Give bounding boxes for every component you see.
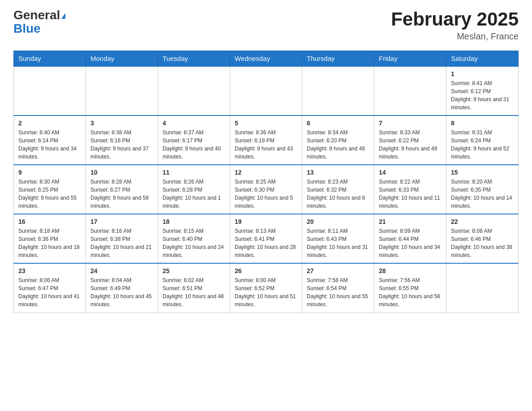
day-number: 10 bbox=[90, 169, 153, 176]
calendar-day-cell: 15Sunrise: 8:20 AM Sunset: 6:35 PM Dayli… bbox=[446, 165, 519, 214]
day-info: Sunrise: 8:33 AM Sunset: 6:22 PM Dayligh… bbox=[379, 128, 442, 161]
day-info: Sunrise: 8:23 AM Sunset: 6:32 PM Dayligh… bbox=[307, 178, 369, 210]
calendar-day-cell: 11Sunrise: 8:26 AM Sunset: 6:28 PM Dayli… bbox=[158, 165, 230, 214]
day-number: 21 bbox=[379, 218, 442, 225]
day-number: 15 bbox=[451, 169, 514, 176]
calendar-day-cell: 22Sunrise: 8:08 AM Sunset: 6:46 PM Dayli… bbox=[446, 214, 519, 263]
calendar-week-row: 2Sunrise: 8:40 AM Sunset: 6:14 PM Daylig… bbox=[14, 116, 519, 165]
day-number: 9 bbox=[18, 169, 81, 176]
day-info: Sunrise: 8:36 AM Sunset: 6:19 PM Dayligh… bbox=[235, 128, 297, 161]
day-number: 24 bbox=[90, 267, 153, 274]
day-number: 2 bbox=[18, 120, 81, 127]
calendar-day-cell: 8Sunrise: 8:31 AM Sunset: 6:24 PM Daylig… bbox=[446, 116, 519, 165]
calendar-header-saturday: Saturday bbox=[446, 51, 519, 67]
day-number: 16 bbox=[18, 218, 81, 225]
calendar-day-cell: 25Sunrise: 8:02 AM Sunset: 6:51 PM Dayli… bbox=[158, 263, 230, 313]
day-number: 4 bbox=[163, 120, 225, 127]
day-info: Sunrise: 8:26 AM Sunset: 6:28 PM Dayligh… bbox=[163, 178, 225, 210]
calendar-table: SundayMondayTuesdayWednesdayThursdayFrid… bbox=[13, 51, 519, 313]
location: Meslan, France bbox=[391, 31, 519, 42]
day-info: Sunrise: 8:37 AM Sunset: 6:17 PM Dayligh… bbox=[163, 128, 225, 161]
day-info: Sunrise: 8:06 AM Sunset: 6:47 PM Dayligh… bbox=[18, 276, 81, 308]
day-number: 22 bbox=[451, 218, 514, 225]
day-number: 26 bbox=[235, 267, 297, 274]
calendar-day-cell: 10Sunrise: 8:28 AM Sunset: 6:27 PM Dayli… bbox=[86, 165, 158, 214]
day-info: Sunrise: 8:08 AM Sunset: 6:46 PM Dayligh… bbox=[451, 227, 514, 259]
day-number: 11 bbox=[163, 169, 225, 176]
calendar-day-cell: 24Sunrise: 8:04 AM Sunset: 6:49 PM Dayli… bbox=[86, 263, 158, 313]
calendar-day-cell bbox=[86, 66, 158, 116]
day-info: Sunrise: 8:22 AM Sunset: 6:33 PM Dayligh… bbox=[379, 178, 442, 210]
calendar-day-cell: 13Sunrise: 8:23 AM Sunset: 6:32 PM Dayli… bbox=[302, 165, 374, 214]
day-number: 18 bbox=[163, 218, 225, 225]
page-header: General Blue February 2025 Meslan, Franc… bbox=[13, 9, 519, 42]
calendar-header-monday: Monday bbox=[86, 51, 158, 67]
day-number: 7 bbox=[379, 120, 442, 127]
calendar-day-cell: 27Sunrise: 7:58 AM Sunset: 6:54 PM Dayli… bbox=[302, 263, 374, 313]
calendar-week-row: 23Sunrise: 8:06 AM Sunset: 6:47 PM Dayli… bbox=[14, 263, 519, 313]
calendar-day-cell bbox=[158, 66, 230, 116]
day-info: Sunrise: 8:15 AM Sunset: 6:40 PM Dayligh… bbox=[163, 227, 225, 259]
day-info: Sunrise: 8:02 AM Sunset: 6:51 PM Dayligh… bbox=[163, 276, 225, 308]
day-number: 13 bbox=[307, 169, 369, 176]
day-number: 3 bbox=[90, 120, 153, 127]
calendar-header-tuesday: Tuesday bbox=[158, 51, 230, 67]
day-info: Sunrise: 8:31 AM Sunset: 6:24 PM Dayligh… bbox=[451, 128, 514, 161]
day-info: Sunrise: 8:38 AM Sunset: 6:16 PM Dayligh… bbox=[90, 128, 153, 161]
title-block: February 2025 Meslan, France bbox=[391, 9, 519, 42]
day-number: 12 bbox=[235, 169, 297, 176]
day-info: Sunrise: 8:28 AM Sunset: 6:27 PM Dayligh… bbox=[90, 178, 153, 210]
calendar-day-cell: 14Sunrise: 8:22 AM Sunset: 6:33 PM Dayli… bbox=[374, 165, 446, 214]
day-number: 20 bbox=[307, 218, 369, 225]
calendar-day-cell bbox=[374, 66, 446, 116]
day-info: Sunrise: 8:09 AM Sunset: 6:44 PM Dayligh… bbox=[379, 227, 442, 259]
day-number: 1 bbox=[451, 70, 514, 77]
month-title: February 2025 bbox=[391, 9, 519, 30]
calendar-header-wednesday: Wednesday bbox=[230, 51, 302, 67]
day-info: Sunrise: 8:30 AM Sunset: 6:25 PM Dayligh… bbox=[18, 178, 81, 210]
calendar-day-cell: 21Sunrise: 8:09 AM Sunset: 6:44 PM Dayli… bbox=[374, 214, 446, 263]
day-info: Sunrise: 8:00 AM Sunset: 6:52 PM Dayligh… bbox=[235, 276, 297, 308]
day-number: 27 bbox=[307, 267, 369, 274]
day-info: Sunrise: 8:18 AM Sunset: 6:36 PM Dayligh… bbox=[18, 227, 81, 259]
logo: General Blue bbox=[13, 9, 65, 36]
calendar-day-cell: 3Sunrise: 8:38 AM Sunset: 6:16 PM Daylig… bbox=[86, 116, 158, 165]
calendar-day-cell bbox=[230, 66, 302, 116]
calendar-day-cell: 26Sunrise: 8:00 AM Sunset: 6:52 PM Dayli… bbox=[230, 263, 302, 313]
day-number: 23 bbox=[18, 267, 81, 274]
logo-triangle-icon bbox=[61, 13, 65, 19]
day-info: Sunrise: 8:11 AM Sunset: 6:43 PM Dayligh… bbox=[307, 227, 369, 259]
day-info: Sunrise: 7:58 AM Sunset: 6:54 PM Dayligh… bbox=[307, 276, 369, 308]
day-info: Sunrise: 8:34 AM Sunset: 6:20 PM Dayligh… bbox=[307, 128, 369, 161]
calendar-day-cell bbox=[446, 263, 519, 313]
calendar-day-cell: 20Sunrise: 8:11 AM Sunset: 6:43 PM Dayli… bbox=[302, 214, 374, 263]
calendar-day-cell bbox=[302, 66, 374, 116]
day-info: Sunrise: 8:13 AM Sunset: 6:41 PM Dayligh… bbox=[235, 227, 297, 259]
day-info: Sunrise: 8:20 AM Sunset: 6:35 PM Dayligh… bbox=[451, 178, 514, 210]
day-info: Sunrise: 8:40 AM Sunset: 6:14 PM Dayligh… bbox=[18, 128, 81, 161]
day-info: Sunrise: 8:25 AM Sunset: 6:30 PM Dayligh… bbox=[235, 178, 297, 210]
calendar-header-row: SundayMondayTuesdayWednesdayThursdayFrid… bbox=[14, 51, 519, 67]
calendar-day-cell: 4Sunrise: 8:37 AM Sunset: 6:17 PM Daylig… bbox=[158, 116, 230, 165]
day-number: 25 bbox=[163, 267, 225, 274]
day-number: 5 bbox=[235, 120, 297, 127]
day-number: 6 bbox=[307, 120, 369, 127]
calendar-day-cell: 1Sunrise: 8:41 AM Sunset: 6:12 PM Daylig… bbox=[446, 66, 519, 116]
calendar-day-cell: 5Sunrise: 8:36 AM Sunset: 6:19 PM Daylig… bbox=[230, 116, 302, 165]
calendar-header-thursday: Thursday bbox=[302, 51, 374, 67]
logo-blue-text: Blue bbox=[13, 21, 41, 35]
logo-general-text: General bbox=[13, 9, 60, 21]
day-info: Sunrise: 8:41 AM Sunset: 6:12 PM Dayligh… bbox=[451, 79, 514, 111]
calendar-header-sunday: Sunday bbox=[14, 51, 86, 67]
calendar-day-cell: 19Sunrise: 8:13 AM Sunset: 6:41 PM Dayli… bbox=[230, 214, 302, 263]
day-info: Sunrise: 7:56 AM Sunset: 6:55 PM Dayligh… bbox=[379, 276, 442, 308]
calendar-day-cell bbox=[14, 66, 86, 116]
day-number: 28 bbox=[379, 267, 442, 274]
calendar-day-cell: 16Sunrise: 8:18 AM Sunset: 6:36 PM Dayli… bbox=[14, 214, 86, 263]
day-info: Sunrise: 8:16 AM Sunset: 6:38 PM Dayligh… bbox=[90, 227, 153, 259]
calendar-week-row: 9Sunrise: 8:30 AM Sunset: 6:25 PM Daylig… bbox=[14, 165, 519, 214]
calendar-day-cell: 6Sunrise: 8:34 AM Sunset: 6:20 PM Daylig… bbox=[302, 116, 374, 165]
day-number: 19 bbox=[235, 218, 297, 225]
calendar-day-cell: 23Sunrise: 8:06 AM Sunset: 6:47 PM Dayli… bbox=[14, 263, 86, 313]
day-info: Sunrise: 8:04 AM Sunset: 6:49 PM Dayligh… bbox=[90, 276, 153, 308]
